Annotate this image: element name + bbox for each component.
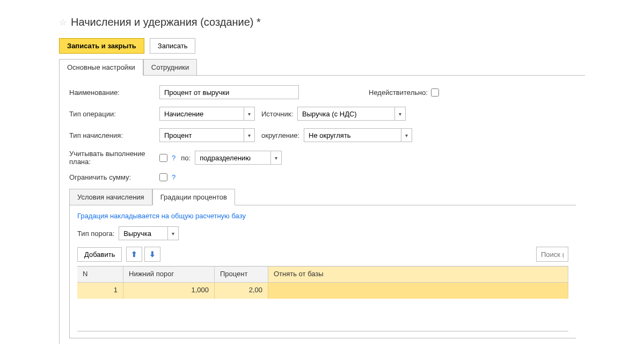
dropdown-icon[interactable]: ▾ [394,107,405,120]
sub-tab-conditions[interactable]: Условия начисления [69,189,152,205]
op-type-label: Тип операции: [69,110,159,118]
help-icon[interactable]: ? [172,154,175,162]
rounding-select[interactable] [304,129,401,142]
dropdown-icon[interactable]: ▾ [167,227,178,240]
limit-label: Ограничить сумму: [69,173,159,181]
dropdown-icon[interactable]: ▾ [401,129,412,142]
move-up-button[interactable]: ⬆ [126,247,142,262]
page-title: Начисления и удержания (создание) * [71,16,261,28]
rounding-label: округление: [261,131,299,139]
threshold-type-label: Тип порога: [77,230,114,238]
by-label: по: [181,154,191,162]
gradation-info-link[interactable]: Градация накладывается на общую расчетну… [77,212,568,220]
name-input[interactable] [159,85,299,99]
arrow-up-icon: ⬆ [131,250,137,258]
op-type-select[interactable] [160,107,244,120]
plan-label: Учитывать выполнение плана: [69,150,159,166]
arrow-down-icon: ⬇ [149,250,156,258]
gradation-grid: N Нижний порог Процент Отнять от базы 1 … [77,266,568,331]
grid-header-percent: Процент [215,267,268,282]
name-label: Наименование: [69,88,159,97]
grid-empty-area [77,299,568,331]
dropdown-icon[interactable]: ▾ [244,129,254,142]
cell-percent[interactable]: 2,00 [215,283,268,299]
accrual-type-label: Тип начисления: [69,131,159,139]
grid-header-threshold: Нижний порог [123,267,215,282]
save-and-close-button[interactable]: Записать и закрыть [59,38,144,54]
cell-n[interactable]: 1 [77,283,123,299]
help-icon[interactable]: ? [172,173,175,181]
invalid-label: Недействительно: [369,88,428,97]
threshold-type-select[interactable] [119,227,167,240]
source-select[interactable] [298,107,394,120]
table-row[interactable]: 1 1,000 2,00 [77,283,568,299]
invalid-checkbox[interactable] [431,88,439,97]
favorite-star-icon[interactable]: ☆ [59,17,67,27]
save-button[interactable]: Записать [150,38,196,54]
grid-header-subtract: Отнять от базы [268,267,568,282]
add-button[interactable]: Добавить [77,247,122,262]
search-input[interactable] [536,247,568,262]
plan-checkbox[interactable] [159,154,167,162]
cell-threshold[interactable]: 1,000 [123,283,215,299]
source-label: Источник: [261,110,293,118]
dropdown-icon[interactable]: ▾ [270,151,281,164]
tab-main-settings[interactable]: Основные настройки [59,59,143,76]
accrual-type-select[interactable] [160,129,244,142]
grid-header-n: N [77,267,123,282]
move-down-button[interactable]: ⬇ [144,247,160,262]
tab-employees[interactable]: Сотрудники [143,59,197,76]
limit-checkbox[interactable] [159,173,167,181]
by-select[interactable] [195,151,270,164]
cell-subtract[interactable] [268,283,568,299]
sub-tab-gradations[interactable]: Градации процентов [152,189,235,205]
dropdown-icon[interactable]: ▾ [244,107,254,120]
